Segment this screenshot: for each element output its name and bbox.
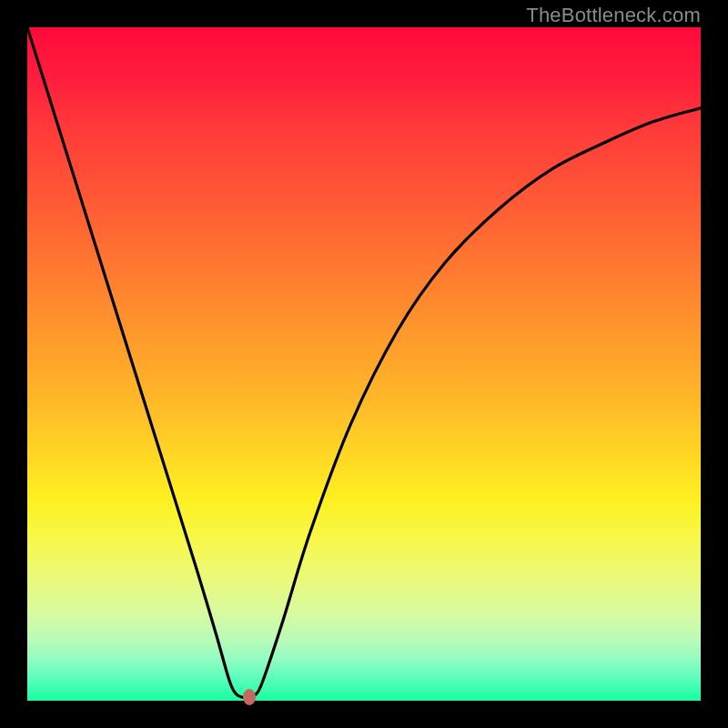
- bottleneck-curve-path: [27, 27, 701, 698]
- chart-canvas: TheBottleneck.com: [0, 0, 728, 728]
- curve-svg: [27, 27, 701, 701]
- watermark-text: TheBottleneck.com: [526, 4, 701, 27]
- minimum-marker: [243, 689, 256, 705]
- plot-area: [27, 27, 701, 701]
